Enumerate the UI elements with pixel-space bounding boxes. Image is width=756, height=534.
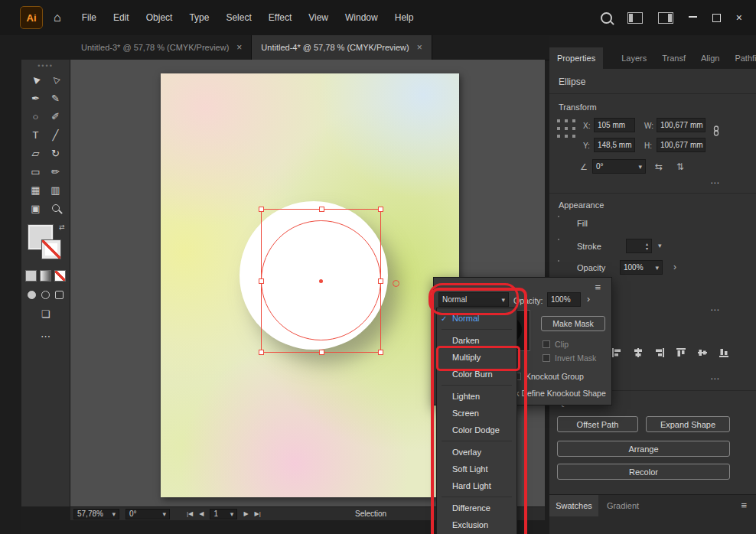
offset-path-button[interactable]: Offset Path <box>557 416 638 432</box>
selection-center-point[interactable] <box>319 279 323 283</box>
graph-tool[interactable]: ▥ <box>46 181 66 199</box>
menu-help[interactable]: Help <box>386 0 422 35</box>
eraser-tool[interactable]: ▱ <box>26 144 46 162</box>
workspace-switcher-icon[interactable] <box>658 12 673 24</box>
document-tab-untitled4[interactable]: Untitled-4* @ 57,78 % (CMYK/Preview) × <box>252 35 432 60</box>
close-tab-icon[interactable]: × <box>236 42 242 53</box>
arrange-button[interactable]: Arrange <box>557 441 730 457</box>
y-input[interactable]: 148,5 mm <box>594 138 635 152</box>
link-dimensions-icon[interactable] <box>712 125 721 139</box>
tab-pathfinder[interactable]: Pathfi <box>727 47 756 69</box>
document-tab-untitled3[interactable]: Untitled-3* @ 57,78 % (CMYK/Preview) × <box>72 35 252 60</box>
blend-mode-select[interactable]: Normal ▾ <box>438 292 509 307</box>
window-maximize-button[interactable] <box>712 14 721 22</box>
align-left-icon[interactable] <box>611 347 624 360</box>
handle-bottom-left[interactable] <box>259 350 264 355</box>
appearance-more-options-icon[interactable]: ⋯ <box>710 304 720 315</box>
blend-item-normal[interactable]: ✓ Normal <box>437 310 516 327</box>
none-paint-swatch[interactable] <box>55 271 65 281</box>
handle-bottom-middle[interactable] <box>319 350 324 355</box>
direct-selection-tool[interactable]: ▷ <box>46 70 66 89</box>
stroke-weight-stepper[interactable]: ▴▾ <box>626 239 652 253</box>
screen-mode-icon[interactable]: ❏ <box>41 308 51 320</box>
pencil-tool[interactable]: ✏ <box>46 162 66 181</box>
panel-menu-icon[interactable]: ≡ <box>741 500 747 511</box>
menu-select[interactable]: Select <box>217 0 259 35</box>
pen-tool[interactable]: ✒ <box>26 89 46 107</box>
zoom-tool[interactable] <box>46 199 66 217</box>
next-artboard-icon[interactable]: ▶ <box>243 510 248 517</box>
toolbar-grip[interactable]: •••• <box>37 62 54 70</box>
handle-top-middle[interactable] <box>319 207 324 212</box>
blend-item-multiply[interactable]: Multiply <box>437 349 516 366</box>
draw-inside-icon[interactable] <box>55 291 64 299</box>
curvature-tool[interactable]: ✎ <box>46 89 66 107</box>
width-input[interactable]: 100,677 mm <box>657 118 705 132</box>
type-tool[interactable]: T <box>26 125 46 144</box>
handle-top-left[interactable] <box>259 207 264 212</box>
transform-more-options-icon[interactable]: ⋯ <box>710 177 720 188</box>
opacity-label[interactable]: Opacity <box>577 263 605 272</box>
artboard-tool[interactable]: ▣ <box>26 199 46 217</box>
blend-item-darken[interactable]: Darken <box>437 332 516 349</box>
expand-shape-button[interactable]: Expand Shape <box>646 416 730 432</box>
stroke-label[interactable]: Stroke <box>577 242 601 251</box>
first-artboard-icon[interactable]: |◀ <box>187 510 193 517</box>
home-icon[interactable]: ⌂ <box>54 11 61 24</box>
align-right-icon[interactable] <box>653 347 667 360</box>
tab-layers[interactable]: Layers <box>614 47 654 69</box>
line-segment-tool[interactable]: ╱ <box>46 125 66 144</box>
opacity-dropdown[interactable]: 100% ▾ <box>620 260 663 275</box>
paintbrush-tool[interactable]: ✐ <box>46 107 66 125</box>
color-paint-swatch[interactable] <box>26 271 36 281</box>
make-mask-button[interactable]: Make Mask <box>541 316 605 331</box>
handle-top-right[interactable] <box>378 207 383 212</box>
window-minimize-button[interactable] <box>689 16 697 18</box>
arrange-documents-icon[interactable] <box>627 12 643 24</box>
reference-point-locator[interactable] <box>557 119 575 138</box>
blend-item-exclusion[interactable]: Exclusion <box>437 516 516 533</box>
tab-gradient[interactable]: Gradient <box>598 495 647 516</box>
rotate-tool[interactable]: ↻ <box>46 144 66 162</box>
transparency-opacity-dropdown[interactable]: 100% <box>547 292 581 307</box>
previous-artboard-icon[interactable]: ◀ <box>199 510 204 517</box>
handle-middle-left[interactable] <box>259 278 264 284</box>
transparency-submenu-arrow-icon[interactable]: › <box>587 294 590 304</box>
rotation-angle-dropdown[interactable]: 0° ▾ <box>592 159 646 174</box>
blend-item-screen[interactable]: Screen <box>437 405 516 422</box>
blend-item-lighten[interactable]: Lighten <box>437 388 516 405</box>
blend-item-color-burn[interactable]: Color Burn <box>437 366 516 383</box>
menu-type[interactable]: Type <box>181 0 217 35</box>
mesh-tool[interactable]: ▦ <box>26 181 46 199</box>
align-top-icon[interactable] <box>675 347 689 360</box>
fill-label[interactable]: Fill <box>577 219 588 228</box>
rotation-dropdown[interactable]: 0° ▾ <box>125 509 170 519</box>
zoom-level-dropdown[interactable]: 57,78% ▾ <box>73 509 119 519</box>
draw-normal-icon[interactable] <box>28 291 36 299</box>
search-icon[interactable] <box>601 12 612 24</box>
align-center-horizontal-icon[interactable] <box>632 347 646 360</box>
align-bottom-icon[interactable] <box>718 347 732 360</box>
flip-horizontal-icon[interactable]: ⇆ <box>655 161 663 172</box>
blend-item-difference[interactable]: Difference <box>437 500 516 516</box>
blend-item-hard-light[interactable]: Hard Light <box>437 477 516 494</box>
menu-file[interactable]: File <box>73 0 105 35</box>
blend-item-soft-light[interactable]: Soft Light <box>437 461 516 477</box>
menu-view[interactable]: View <box>300 0 337 35</box>
swap-fill-stroke-icon[interactable]: ⇄ <box>59 223 65 231</box>
handle-bottom-right[interactable] <box>378 350 383 355</box>
align-more-options-icon[interactable]: ⋯ <box>710 373 720 384</box>
transparency-panel-menu-icon[interactable]: ≡ <box>595 282 601 293</box>
height-input[interactable]: 100,677 mm <box>657 138 705 152</box>
artboard-number-dropdown[interactable]: 1 ▾ <box>210 509 237 519</box>
align-middle-vertical-icon[interactable] <box>696 347 710 360</box>
flip-vertical-icon[interactable]: ⇅ <box>676 161 684 172</box>
menu-window[interactable]: Window <box>337 0 386 35</box>
last-artboard-icon[interactable]: ▶| <box>255 510 261 517</box>
stroke-swatch[interactable] <box>42 240 60 259</box>
blend-item-color-dodge[interactable]: Color Dodge <box>437 422 516 438</box>
menu-edit[interactable]: Edit <box>105 0 138 35</box>
tab-swatches[interactable]: Swatches <box>549 495 598 516</box>
menu-effect[interactable]: Effect <box>260 0 300 35</box>
shape-radius-widget[interactable] <box>393 280 399 287</box>
